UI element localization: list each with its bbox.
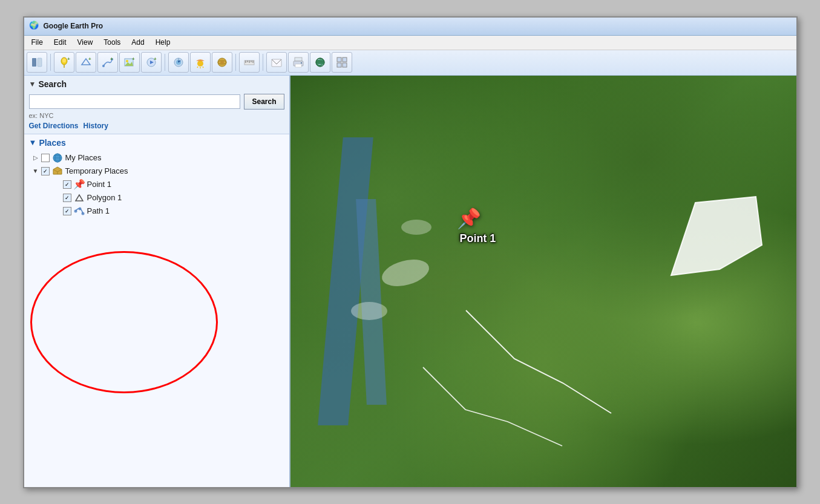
path-overlay [442, 304, 623, 425]
sidebar-toggle-button[interactable] [27, 52, 47, 73]
svg-point-13 [126, 60, 128, 62]
toolbar: + + + [24, 50, 796, 76]
search-hint: ex: NYC [29, 112, 284, 119]
label-point-1: Point 1 [87, 180, 111, 189]
historical-imagery-button[interactable] [168, 52, 189, 73]
snow-patch-2 [351, 302, 387, 320]
svg-rect-43 [337, 57, 341, 62]
label-path-1: Path 1 [87, 206, 110, 215]
earth-view-button[interactable] [310, 52, 330, 73]
add-path-button[interactable]: + [97, 52, 118, 73]
search-row: Search [29, 94, 284, 110]
svg-text:+: + [110, 56, 113, 62]
main-content: ▼ Search Search ex: NYC Get Directions H… [24, 76, 796, 487]
search-header: ▼ Search [29, 79, 284, 89]
svg-rect-44 [343, 57, 347, 62]
add-tour-button[interactable]: + [141, 52, 162, 73]
svg-rect-39 [295, 64, 301, 67]
svg-marker-55 [671, 197, 762, 275]
history-link[interactable]: History [84, 122, 108, 130]
menu-help[interactable]: Help [151, 37, 175, 48]
menu-add[interactable]: Add [126, 37, 149, 48]
svg-text:+: + [67, 56, 70, 62]
search-input[interactable] [29, 94, 241, 109]
polygon-overlay [659, 191, 756, 269]
tree-item-point-1[interactable]: ✓ 📌 Point 1 [29, 178, 284, 191]
tree-item-temporary-places[interactable]: ▼ ✓ Temporary Places [29, 165, 284, 178]
print-button[interactable] [288, 52, 309, 73]
search-button[interactable]: Search [244, 94, 284, 110]
toolbar-sep-3 [235, 54, 236, 71]
point-1-pin: 📌 [457, 207, 481, 230]
checkbox-temporary-places[interactable]: ✓ [41, 167, 50, 175]
add-placemark-button[interactable]: + [54, 52, 74, 73]
svg-text:+: + [88, 56, 91, 62]
places-header: ▼ Places [29, 138, 284, 148]
tree-item-my-places[interactable]: ▷ My Places [29, 151, 284, 165]
menu-edit[interactable]: Edit [49, 37, 71, 48]
svg-text:+: + [154, 56, 157, 62]
checkbox-point-1[interactable]: ✓ [63, 180, 71, 189]
snow-patch-3 [401, 220, 431, 235]
expand-my-places[interactable]: ▷ [31, 154, 40, 162]
places-title: Places [39, 138, 65, 148]
get-directions-link[interactable]: Get Directions [29, 122, 79, 130]
toolbar-sep-1 [50, 54, 51, 71]
tree-item-polygon-1[interactable]: ✓ Polygon 1 [29, 191, 284, 205]
ruler-button[interactable] [239, 52, 260, 73]
svg-point-3 [62, 59, 66, 63]
icon-point-1: 📌 [74, 179, 85, 190]
title-bar: 🌍 Google Earth Pro [24, 18, 796, 36]
search-collapse-arrow[interactable]: ▼ [29, 80, 36, 88]
expand-temporary-places[interactable]: ▼ [31, 167, 40, 175]
tree-item-path-1[interactable]: ✓ Path 1 [29, 205, 284, 218]
svg-text:+: + [132, 56, 135, 62]
icon-polygon-1 [74, 192, 85, 203]
add-polygon-button[interactable]: + [76, 52, 96, 73]
svg-rect-46 [343, 63, 347, 67]
checkbox-polygon-1[interactable]: ✓ [63, 194, 71, 202]
app-title: Google Earth Pro [44, 22, 103, 30]
menu-bar: File Edit View Tools Add Help [24, 36, 796, 50]
email-button[interactable] [266, 52, 287, 73]
app-icon: 🌍 [29, 21, 40, 31]
svg-rect-0 [32, 58, 36, 67]
add-image-overlay-button[interactable]: + [119, 52, 140, 73]
svg-rect-1 [38, 58, 42, 67]
menu-view[interactable]: View [73, 37, 98, 48]
menu-file[interactable]: File [27, 37, 48, 48]
svg-line-24 [197, 67, 198, 68]
svg-rect-37 [295, 57, 302, 61]
map-area[interactable]: 📌 Point 1 [290, 76, 796, 487]
point-1-marker: 📌 Point 1 [457, 207, 496, 245]
menu-tools[interactable]: Tools [99, 37, 125, 48]
search-section: ▼ Search Search ex: NYC Get Directions H… [24, 76, 289, 134]
checkbox-path-1[interactable]: ✓ [63, 207, 71, 215]
icon-my-places [52, 152, 63, 163]
toolbar-sep-2 [165, 54, 165, 71]
svg-marker-51 [76, 195, 83, 201]
svg-point-23 [197, 61, 203, 67]
sunlight-button[interactable] [190, 52, 211, 73]
label-polygon-1: Polygon 1 [87, 193, 122, 202]
left-panel: ▼ Search Search ex: NYC Get Directions H… [24, 76, 290, 487]
svg-rect-45 [337, 63, 341, 67]
svg-point-29 [220, 61, 224, 64]
svg-point-8 [102, 65, 105, 67]
toolbar-sep-4 [263, 54, 263, 71]
point-1-label: Point 1 [459, 232, 496, 245]
sky-button[interactable] [212, 52, 232, 73]
grid-button[interactable] [332, 52, 352, 73]
places-section: ▼ Places ▷ [24, 134, 289, 487]
icon-temporary-places [52, 166, 63, 177]
places-collapse-arrow[interactable]: ▼ [29, 138, 37, 147]
label-temporary-places: Temporary Places [65, 166, 128, 175]
svg-line-25 [203, 67, 203, 68]
label-my-places: My Places [65, 153, 102, 162]
icon-path-1 [74, 206, 85, 217]
search-title: Search [38, 79, 67, 89]
checkbox-my-places[interactable] [41, 154, 50, 162]
svg-rect-40 [301, 62, 302, 64]
app-window: 🌍 Google Earth Pro File Edit View Tools … [23, 16, 798, 488]
search-links: Get Directions History [29, 122, 284, 130]
